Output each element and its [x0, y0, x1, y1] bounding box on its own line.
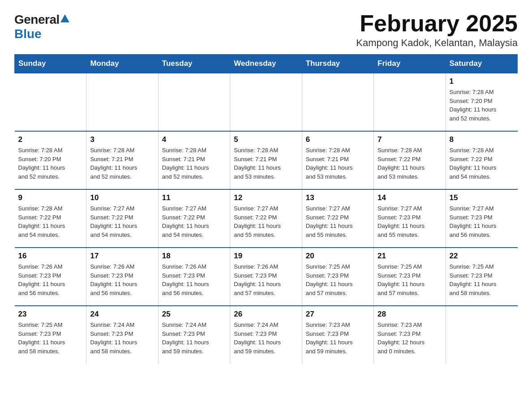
- day-info: Sunrise: 7:27 AM Sunset: 7:22 PM Dayligh…: [90, 204, 154, 239]
- day-info: Sunrise: 7:26 AM Sunset: 7:23 PM Dayligh…: [234, 262, 298, 297]
- day-info: Sunrise: 7:28 AM Sunset: 7:22 PM Dayligh…: [18, 204, 83, 239]
- day-number: 25: [162, 310, 226, 319]
- day-number: 18: [162, 252, 226, 261]
- day-info: Sunrise: 7:27 AM Sunset: 7:22 PM Dayligh…: [306, 204, 370, 239]
- calendar-week-row: 23Sunrise: 7:25 AM Sunset: 7:23 PM Dayli…: [15, 306, 518, 364]
- calendar-week-row: 2Sunrise: 7:28 AM Sunset: 7:20 PM Daylig…: [15, 131, 518, 189]
- day-info: Sunrise: 7:23 AM Sunset: 7:23 PM Dayligh…: [378, 321, 442, 355]
- calendar-cell: 13Sunrise: 7:27 AM Sunset: 7:22 PM Dayli…: [302, 189, 373, 248]
- calendar-cell: 11Sunrise: 7:27 AM Sunset: 7:22 PM Dayli…: [158, 189, 230, 248]
- day-number: 14: [378, 193, 442, 202]
- calendar-week-row: 9Sunrise: 7:28 AM Sunset: 7:22 PM Daylig…: [15, 189, 518, 248]
- calendar-cell: 15Sunrise: 7:27 AM Sunset: 7:23 PM Dayli…: [446, 189, 517, 248]
- day-number: 9: [18, 193, 83, 202]
- day-number: 4: [162, 135, 226, 144]
- calendar-cell: 26Sunrise: 7:24 AM Sunset: 7:23 PM Dayli…: [230, 306, 302, 364]
- calendar-cell: 25Sunrise: 7:24 AM Sunset: 7:23 PM Dayli…: [158, 306, 230, 364]
- day-info: Sunrise: 7:23 AM Sunset: 7:23 PM Dayligh…: [306, 321, 370, 355]
- day-number: 22: [450, 252, 514, 261]
- calendar-cell: 6Sunrise: 7:28 AM Sunset: 7:21 PM Daylig…: [302, 131, 373, 189]
- header-sunday: Sunday: [15, 55, 86, 73]
- day-info: Sunrise: 7:26 AM Sunset: 7:23 PM Dayligh…: [90, 262, 154, 297]
- calendar-cell: 20Sunrise: 7:25 AM Sunset: 7:23 PM Dayli…: [302, 248, 373, 306]
- calendar-cell: [302, 73, 373, 131]
- calendar-cell: 5Sunrise: 7:28 AM Sunset: 7:21 PM Daylig…: [230, 131, 302, 189]
- day-number: 23: [18, 310, 83, 319]
- calendar-cell: 17Sunrise: 7:26 AM Sunset: 7:23 PM Dayli…: [86, 248, 158, 306]
- day-info: Sunrise: 7:25 AM Sunset: 7:23 PM Dayligh…: [306, 262, 370, 297]
- calendar-table: SundayMondayTuesdayWednesdayThursdayFrid…: [14, 54, 518, 364]
- day-info: Sunrise: 7:28 AM Sunset: 7:21 PM Dayligh…: [162, 146, 226, 181]
- logo-general-text: General: [14, 13, 60, 27]
- calendar-cell: 1Sunrise: 7:28 AM Sunset: 7:20 PM Daylig…: [446, 73, 517, 131]
- page-header: General Blue February 2025 Kampong Kadok…: [14, 11, 518, 49]
- day-info: Sunrise: 7:27 AM Sunset: 7:22 PM Dayligh…: [162, 204, 226, 239]
- day-number: 13: [306, 193, 370, 202]
- calendar-cell: 3Sunrise: 7:28 AM Sunset: 7:21 PM Daylig…: [86, 131, 158, 189]
- logo-blue-text: Blue: [14, 27, 42, 41]
- day-info: Sunrise: 7:26 AM Sunset: 7:23 PM Dayligh…: [162, 262, 226, 297]
- day-info: Sunrise: 7:28 AM Sunset: 7:21 PM Dayligh…: [306, 146, 370, 181]
- day-info: Sunrise: 7:26 AM Sunset: 7:23 PM Dayligh…: [18, 262, 83, 297]
- calendar-cell: 23Sunrise: 7:25 AM Sunset: 7:23 PM Dayli…: [15, 306, 86, 364]
- day-number: 27: [306, 310, 370, 319]
- day-info: Sunrise: 7:27 AM Sunset: 7:23 PM Dayligh…: [378, 204, 442, 239]
- day-info: Sunrise: 7:25 AM Sunset: 7:23 PM Dayligh…: [450, 262, 514, 297]
- day-info: Sunrise: 7:28 AM Sunset: 7:22 PM Dayligh…: [378, 146, 442, 181]
- day-number: 17: [90, 252, 154, 261]
- logo: General Blue: [14, 11, 70, 41]
- day-number: 26: [234, 310, 298, 319]
- logo-triangle-icon: [60, 14, 69, 22]
- day-info: Sunrise: 7:24 AM Sunset: 7:23 PM Dayligh…: [162, 321, 226, 355]
- calendar-cell: 14Sunrise: 7:27 AM Sunset: 7:23 PM Dayli…: [374, 189, 446, 248]
- day-number: 15: [450, 193, 514, 202]
- day-number: 5: [234, 135, 298, 144]
- calendar-cell: 18Sunrise: 7:26 AM Sunset: 7:23 PM Dayli…: [158, 248, 230, 306]
- calendar-cell: 4Sunrise: 7:28 AM Sunset: 7:21 PM Daylig…: [158, 131, 230, 189]
- day-number: 7: [378, 135, 442, 144]
- calendar-cell: 24Sunrise: 7:24 AM Sunset: 7:23 PM Dayli…: [86, 306, 158, 364]
- day-number: 3: [90, 135, 154, 144]
- day-info: Sunrise: 7:24 AM Sunset: 7:23 PM Dayligh…: [234, 321, 298, 355]
- day-number: 10: [90, 193, 154, 202]
- calendar-cell: [158, 73, 230, 131]
- header-thursday: Thursday: [302, 55, 373, 73]
- day-info: Sunrise: 7:28 AM Sunset: 7:21 PM Dayligh…: [90, 146, 154, 181]
- calendar-cell: 16Sunrise: 7:26 AM Sunset: 7:23 PM Dayli…: [15, 248, 86, 306]
- day-info: Sunrise: 7:24 AM Sunset: 7:23 PM Dayligh…: [90, 321, 154, 355]
- calendar-cell: 8Sunrise: 7:28 AM Sunset: 7:22 PM Daylig…: [446, 131, 517, 189]
- day-info: Sunrise: 7:25 AM Sunset: 7:23 PM Dayligh…: [18, 321, 83, 355]
- day-number: 19: [234, 252, 298, 261]
- day-number: 24: [90, 310, 154, 319]
- header-wednesday: Wednesday: [230, 55, 302, 73]
- header-saturday: Saturday: [446, 55, 517, 73]
- day-number: 20: [306, 252, 370, 261]
- calendar-cell: 19Sunrise: 7:26 AM Sunset: 7:23 PM Dayli…: [230, 248, 302, 306]
- calendar-subtitle: Kampong Kadok, Kelantan, Malaysia: [356, 37, 518, 49]
- day-info: Sunrise: 7:25 AM Sunset: 7:23 PM Dayligh…: [378, 262, 442, 297]
- day-info: Sunrise: 7:27 AM Sunset: 7:23 PM Dayligh…: [450, 204, 514, 239]
- day-info: Sunrise: 7:28 AM Sunset: 7:21 PM Dayligh…: [234, 146, 298, 181]
- calendar-week-row: 1Sunrise: 7:28 AM Sunset: 7:20 PM Daylig…: [15, 73, 518, 131]
- calendar-cell: 7Sunrise: 7:28 AM Sunset: 7:22 PM Daylig…: [374, 131, 446, 189]
- calendar-cell: 2Sunrise: 7:28 AM Sunset: 7:20 PM Daylig…: [15, 131, 86, 189]
- day-info: Sunrise: 7:28 AM Sunset: 7:20 PM Dayligh…: [450, 88, 514, 123]
- calendar-cell: [446, 306, 517, 364]
- calendar-cell: 22Sunrise: 7:25 AM Sunset: 7:23 PM Dayli…: [446, 248, 517, 306]
- day-number: 11: [162, 193, 226, 202]
- day-number: 21: [378, 252, 442, 261]
- title-block: February 2025 Kampong Kadok, Kelantan, M…: [356, 11, 518, 49]
- calendar-cell: [230, 73, 302, 131]
- header-tuesday: Tuesday: [158, 55, 230, 73]
- day-info: Sunrise: 7:27 AM Sunset: 7:22 PM Dayligh…: [234, 204, 298, 239]
- header-monday: Monday: [86, 55, 158, 73]
- calendar-week-row: 16Sunrise: 7:26 AM Sunset: 7:23 PM Dayli…: [15, 248, 518, 306]
- day-number: 28: [378, 310, 442, 319]
- calendar-cell: 10Sunrise: 7:27 AM Sunset: 7:22 PM Dayli…: [86, 189, 158, 248]
- calendar-cell: 9Sunrise: 7:28 AM Sunset: 7:22 PM Daylig…: [15, 189, 86, 248]
- day-number: 2: [18, 135, 83, 144]
- day-number: 6: [306, 135, 370, 144]
- calendar-cell: [86, 73, 158, 131]
- calendar-cell: 12Sunrise: 7:27 AM Sunset: 7:22 PM Dayli…: [230, 189, 302, 248]
- day-info: Sunrise: 7:28 AM Sunset: 7:20 PM Dayligh…: [18, 146, 83, 181]
